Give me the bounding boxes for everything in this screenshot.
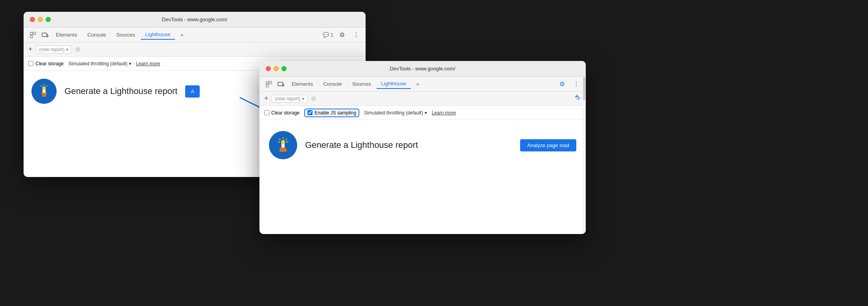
- title-bar-1: DevTools - www.google.com/: [24, 12, 366, 28]
- tab-bar-2: Elements Console Sources Lighthouse » ⚙ …: [259, 77, 586, 92]
- tab-sources-2[interactable]: Sources: [348, 79, 376, 88]
- svg-rect-15: [266, 81, 268, 84]
- clear-storage-label-2: Clear storage: [271, 110, 300, 116]
- title-bar-2: DevTools - www.google.com/: [259, 61, 586, 77]
- options-bar-2: Clear storage Enable JS sampling Simulat…: [259, 106, 586, 120]
- window-title-1: DevTools - www.google.com/: [162, 17, 228, 22]
- gear-button-1[interactable]: ⚙: [337, 29, 348, 41]
- clear-storage-checkbox-1[interactable]: Clear storage: [28, 61, 64, 66]
- learn-more-link-2[interactable]: Learn more: [432, 110, 456, 116]
- js-sampling-label: Enable JS sampling: [314, 110, 356, 116]
- learn-more-link-1[interactable]: Learn more: [136, 61, 160, 66]
- svg-rect-17: [269, 81, 272, 84]
- throttle-select-1[interactable]: Simulated throttling (default) ▾: [68, 61, 131, 66]
- analyze-btn-1[interactable]: A: [185, 85, 200, 98]
- tab-console-1[interactable]: Console: [83, 30, 111, 39]
- toolbar-2: + (new report) ▾ ⊘: [259, 92, 586, 106]
- js-sampling-checkbox[interactable]: Enable JS sampling: [304, 109, 359, 117]
- cursor-icon[interactable]: [28, 29, 39, 41]
- scrollbar-2[interactable]: [583, 76, 586, 234]
- report-select-2[interactable]: (new report) ▾: [272, 95, 308, 103]
- generate-title-2: Generate a Lighthouse report: [305, 140, 418, 150]
- svg-rect-18: [278, 82, 283, 86]
- more-button-1[interactable]: ⋮: [351, 29, 362, 41]
- clear-storage-input-1[interactable]: [28, 61, 33, 66]
- report-select-1[interactable]: (new report) ▾: [36, 46, 72, 53]
- minimize-button-1[interactable]: [38, 17, 43, 22]
- chevron-down-icon-2: ▾: [302, 96, 304, 101]
- throttling-label-2: Simulated throttling (default): [364, 110, 423, 116]
- tab-lighthouse-1[interactable]: Lighthouse: [141, 30, 175, 40]
- maximize-button-2[interactable]: [281, 66, 287, 71]
- svg-point-23: [281, 140, 285, 144]
- svg-rect-0: [30, 32, 33, 35]
- tab-more-2[interactable]: »: [412, 79, 424, 88]
- close-button-2[interactable]: [266, 66, 271, 71]
- svg-rect-3: [42, 33, 47, 37]
- svg-rect-2: [33, 32, 36, 35]
- gear-button-2[interactable]: ⚙: [557, 79, 568, 90]
- window-title-2: DevTools - www.google.com/: [390, 66, 456, 72]
- svg-rect-16: [266, 85, 268, 87]
- svg-rect-19: [283, 84, 284, 86]
- throttling-label-1: Simulated throttling (default): [68, 61, 127, 66]
- scrollbar-thumb-2: [583, 77, 585, 100]
- svg-line-26: [279, 139, 280, 140]
- svg-rect-8: [42, 94, 46, 97]
- clear-storage-input-2[interactable]: [264, 110, 269, 115]
- svg-rect-21: [280, 147, 286, 149]
- chat-badge-1[interactable]: 💬 1: [323, 32, 333, 38]
- add-report-button-2[interactable]: +: [264, 94, 268, 103]
- traffic-lights-2: [266, 66, 287, 71]
- tab-bar-1: Elements Console Sources Lighthouse » 💬 …: [24, 28, 366, 42]
- tab-sources-1[interactable]: Sources: [112, 30, 140, 39]
- cursor-icon-2[interactable]: [263, 79, 274, 90]
- clear-storage-label-1: Clear storage: [35, 61, 64, 66]
- throttle-select-2[interactable]: Simulated throttling (default) ▾: [364, 110, 427, 116]
- analyze-btn-2[interactable]: Analyze page load: [520, 139, 576, 151]
- svg-rect-1: [30, 35, 33, 38]
- svg-rect-22: [280, 149, 287, 152]
- traffic-lights-1: [30, 17, 51, 22]
- maximize-button-1[interactable]: [46, 17, 51, 22]
- svg-line-25: [286, 139, 287, 140]
- main-content-2: Generate a Lighthouse report Analyze pag…: [259, 120, 586, 170]
- tab-bar-right-1: 💬 1 ⚙ ⋮: [323, 29, 362, 41]
- badge-count: 1: [331, 32, 333, 38]
- report-placeholder-1: (new report): [39, 47, 65, 52]
- chevron-down-icon-1: ▾: [66, 47, 68, 52]
- devtools-window-2: DevTools - www.google.com/ Elements Cons…: [259, 61, 586, 234]
- tab-elements-1[interactable]: Elements: [51, 30, 82, 39]
- svg-rect-4: [47, 35, 48, 37]
- throttle-dropdown-icon-1: ▾: [129, 61, 131, 66]
- svg-point-9: [42, 87, 46, 90]
- js-sampling-input[interactable]: [307, 110, 313, 115]
- responsive-icon[interactable]: [39, 29, 50, 41]
- chat-icon: 💬: [323, 32, 329, 38]
- prohibited-icon-1: ⊘: [75, 46, 80, 53]
- tab-lighthouse-2[interactable]: Lighthouse: [377, 79, 411, 89]
- toolbar-1: + (new report) ▾ ⊘: [24, 42, 366, 57]
- tab-more-1[interactable]: »: [176, 30, 188, 39]
- tab-elements-2[interactable]: Elements: [287, 79, 318, 88]
- more-button-2[interactable]: ⋮: [571, 79, 582, 90]
- responsive-icon-2[interactable]: [275, 79, 286, 90]
- close-button-1[interactable]: [30, 17, 35, 22]
- clear-storage-checkbox-2[interactable]: Clear storage: [264, 110, 300, 116]
- prohibited-icon-2: ⊘: [311, 95, 316, 102]
- report-placeholder-2: (new report): [275, 96, 301, 101]
- tab-console-2[interactable]: Console: [318, 79, 347, 88]
- throttle-dropdown-icon-2: ▾: [425, 110, 427, 116]
- lighthouse-logo-2: [269, 131, 297, 159]
- generate-title-1: Generate a Lighthouse report: [64, 86, 177, 96]
- add-report-button-1[interactable]: +: [28, 45, 33, 53]
- lighthouse-logo-1: [31, 79, 57, 104]
- tab-bar-right-2: ⚙ ⋮: [557, 79, 582, 90]
- minimize-button-2[interactable]: [274, 66, 279, 71]
- svg-rect-7: [41, 93, 47, 94]
- settings-right-gear[interactable]: [573, 94, 581, 103]
